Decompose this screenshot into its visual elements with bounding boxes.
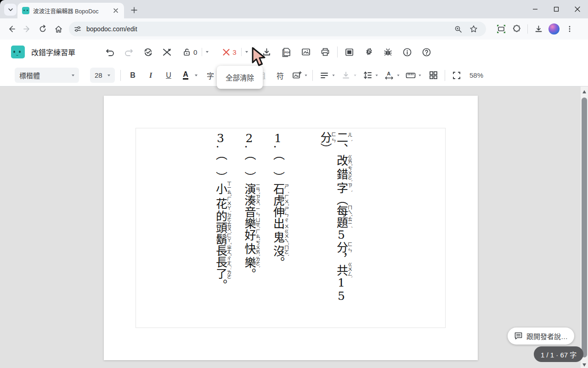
ruby-char: 每ㄇㄟˇ [335,205,348,217]
text-color-button[interactable]: A [179,69,192,82]
bug-report-button[interactable] [382,46,395,58]
scroll-up-icon[interactable] [582,90,586,93]
clear-errors-button[interactable] [220,46,232,58]
maximize-button[interactable] [546,0,567,18]
ruby-char: 二ㄦˋ [335,132,348,143]
font-family-value: 標楷體 [19,70,40,80]
fullscreen-button[interactable] [450,69,463,82]
text-column-question-1: 1.（ ）石ㄕˊ虎ㄏㄨˇ伸ㄕㄣ出ㄔㄨ鬼ㄍㄨㄟˇ沒ㄇㄛˋ。 [271,132,289,325]
char: 1 [271,132,285,145]
zoom-level[interactable]: 58% [469,71,483,79]
font-family-select[interactable]: 標楷體 [15,68,79,83]
move-down-dropdown-icon[interactable] [354,75,356,76]
browser-tab[interactable]: 波波注音編輯器 BopoDoc [17,3,124,18]
move-down-icon [341,71,351,80]
star-icon [469,25,478,33]
url-bar[interactable]: bopodoc.com/edit [69,22,486,36]
reload-button[interactable] [35,21,51,37]
downloads-button[interactable] [531,21,546,37]
letter-spacing-button[interactable]: A [383,69,396,82]
ruby-char: 分ㄈㄣ [335,242,348,253]
minimize-button[interactable] [525,0,546,18]
ruby-char: 錯ㄘㄨㄛˋ [335,166,348,182]
char: 2 [243,132,256,145]
scrollbar-thumb[interactable] [582,98,587,357]
pen-cross-button[interactable] [160,46,173,58]
lock-button[interactable] [181,46,193,58]
redo-icon [124,47,134,57]
move-down-button[interactable] [339,69,352,82]
profile-button[interactable] [546,21,562,37]
settings-button[interactable] [362,46,375,58]
insert-image-button[interactable] [290,69,303,82]
scrollbar[interactable] [581,86,588,368]
profile-avatar [548,23,560,34]
document-page[interactable]: 二ㄦˋ、改ㄍㄞˇ錯ㄘㄨㄛˋ字ㄗˋ（每ㄇㄟˇ題ㄊㄧˊ5分ㄈㄣ，共ㄍㄨㄥˋ15分ㄈㄣ… [104,96,478,360]
ruby-char: 小ㄒㄧㄠˇ [214,183,227,196]
ruby-char: 的˙ㄉㄜ [214,210,227,222]
feedback-label: 跟開發者說… [526,331,568,341]
back-button[interactable] [4,21,19,37]
bookmark-button[interactable] [466,21,481,37]
info-button[interactable] [401,46,414,58]
line-spacing-dropdown-icon[interactable] [375,75,378,76]
ruby-char: 共ㄍㄨㄥˋ [335,264,348,276]
ruby-char: 長ㄓㄤˇ [214,245,227,256]
italic-button[interactable]: I [144,69,157,82]
tab-close-icon[interactable] [112,7,119,14]
browser-menu-button[interactable] [562,21,577,37]
url-text[interactable]: bopodoc.com/edit [86,25,450,33]
document-title[interactable]: 改錯字練習單 [31,46,75,58]
feedback-button[interactable]: 跟開發者說… [508,328,574,345]
char: 3 [214,132,227,145]
page-word-count-badge: 1 / 1 · 67 字 [534,346,583,362]
layout-grid-button[interactable] [427,69,440,82]
screenshot-button[interactable] [493,21,509,37]
extensions-button[interactable] [509,21,525,37]
text-color-dropdown-icon[interactable] [195,75,198,76]
letter-spacing-icon: A [384,70,394,80]
tab-search-button[interactable] [4,4,17,16]
home-button[interactable] [51,21,66,37]
char: 1 [335,276,348,289]
bold-button[interactable]: B [126,69,139,82]
ruby-char: 分ㄈㄣ [318,132,332,143]
sync-check-button[interactable] [141,46,154,58]
export-image-button[interactable] [300,46,312,58]
forward-button[interactable] [19,21,35,37]
redo-button[interactable] [122,46,135,58]
line-spacing-button[interactable] [361,69,374,82]
zoom-button[interactable] [450,21,466,37]
print-button[interactable] [319,46,332,58]
char: （ [271,149,285,160]
font-size-select[interactable]: 28 [90,68,115,83]
word-button[interactable]: 字 [204,69,217,82]
clear-dropdown-icon[interactable] [245,51,248,53]
undo-button[interactable] [104,46,117,58]
ruby-char: 鬼ㄍㄨㄟˇ [271,229,285,245]
line-spacing-icon [363,70,373,80]
vertical-text-block[interactable]: 二ㄦˋ、改ㄍㄞˇ錯ㄘㄨㄛˋ字ㄗˋ（每ㄇㄟˇ題ㄊㄧˊ5分ㄈㄣ，共ㄍㄨㄥˋ15分ㄈㄣ… [203,132,352,325]
lock-open-icon [182,47,192,57]
close-button[interactable] [567,0,588,18]
export-pdf-button[interactable]: PDF [280,46,293,58]
focus-frame-icon [345,47,354,57]
grid-icon [429,70,438,80]
text-frame[interactable]: 二ㄦˋ、改ㄍㄞˇ錯ㄘㄨㄛˋ字ㄗˋ（每ㄇㄟˇ題ㄊㄧˊ5分ㄈㄣ，共ㄍㄨㄥˋ15分ㄈㄣ… [136,128,446,328]
help-button[interactable] [420,46,433,58]
insert-image-dropdown-icon[interactable] [305,75,307,76]
ruler-button[interactable] [404,69,417,82]
ruler-dropdown-icon[interactable] [418,75,421,76]
symbol-button[interactable]: 符 [274,69,287,82]
char: ） [318,143,332,155]
scroll-down-icon[interactable] [582,363,586,367]
lock-dropdown-icon[interactable] [206,51,209,53]
new-tab-button[interactable] [129,5,140,16]
align-button[interactable] [318,69,331,82]
align-dropdown-icon[interactable] [332,75,334,76]
underline-button[interactable]: U [162,69,175,82]
letter-spacing-dropdown-icon[interactable] [397,75,399,76]
mouse-cursor [251,47,270,68]
ruby-char: 湊ㄗㄡˋ [243,195,256,206]
focus-mode-button[interactable] [343,46,356,58]
